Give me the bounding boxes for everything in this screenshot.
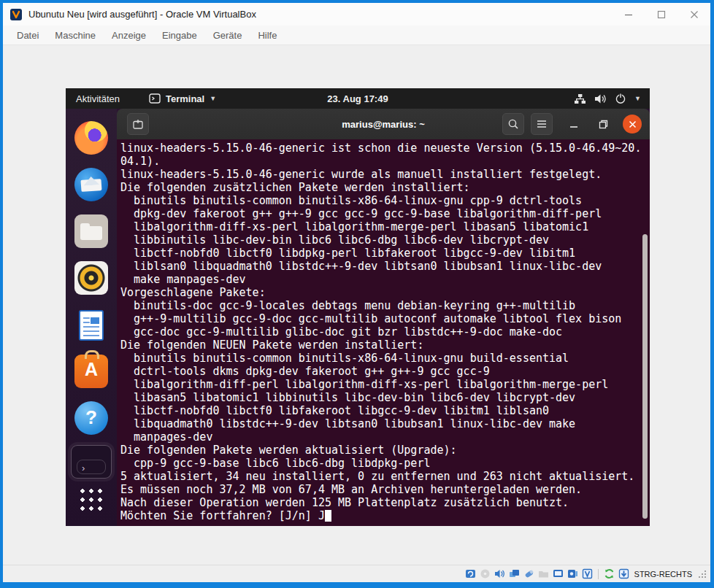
new-tab-icon [131, 117, 145, 131]
terminal-line: Vorgeschlagene Pakete: [120, 286, 650, 299]
usb-status-icon[interactable] [523, 568, 535, 580]
menu-item[interactable]: Maschine [47, 26, 104, 45]
dock-item-help[interactable] [66, 395, 117, 441]
system-tray[interactable]: ▼ [574, 93, 641, 104]
terminal-line: libalgorithm-diff-xs-perl libalgorithm-m… [120, 220, 650, 233]
terminal-minimize-button[interactable] [564, 115, 583, 134]
gnome-topbar: Aktivitäten Terminal ▼ 23. Aug 17:49 [66, 88, 650, 109]
show-applications-icon [78, 487, 104, 513]
menu-item[interactable]: Geräte [205, 26, 250, 45]
audio-status-icon[interactable] [494, 568, 506, 580]
terminal-line: binutils binutils-common binutils-x86-64… [120, 352, 650, 365]
terminal-line: dpkg-dev fakeroot g++ g++-9 gcc gcc-9 gc… [120, 207, 650, 220]
close-button[interactable] [677, 3, 710, 26]
terminal-headerbar[interactable]: marius@marius: ~ [117, 109, 650, 139]
window-title: Ubunutu Neu [wird ausgeführt] - Oracle V… [28, 9, 612, 20]
resize-grip[interactable] [699, 570, 706, 578]
vbox-client-area: Aktivitäten Terminal ▼ 23. Aug 17:49 [3, 45, 710, 565]
features-status-icon[interactable] [581, 568, 594, 580]
terminal-line: linux-headers-5.15.0-46-generic ist scho… [120, 142, 650, 155]
search-button[interactable] [502, 113, 524, 135]
terminal-lines: linux-headers-5.15.0-46-generic ist scho… [120, 142, 650, 509]
terminal-line: dctrl-tools dkms dpkg-dev fakeroot g++ g… [120, 365, 650, 378]
minimize-icon [624, 10, 633, 19]
vbox-menubar: DateiMaschineAnzeigeEingabeGeräteHilfe [3, 26, 710, 45]
window-frame: Ubunutu Neu [wird ausgeführt] - Oracle V… [0, 0, 714, 588]
minimize-button[interactable] [612, 3, 645, 26]
terminal-line: 04.1). [120, 155, 650, 168]
show-applications-button[interactable] [66, 482, 117, 517]
host-key-label: STRG-RECHTS [634, 570, 692, 579]
dock [66, 109, 117, 526]
terminal-line: gcc-doc gcc-9-multilib glibc-doc git bzr… [120, 325, 650, 339]
terminal-line: Die folgenden zusätzlichen Pakete werden… [120, 181, 650, 194]
focused-app-menu[interactable]: Terminal ▼ [149, 93, 216, 104]
terminal-line: libquadmath0 libstdc++-9-dev libtsan0 li… [120, 417, 650, 430]
terminal-header-controls [502, 113, 650, 135]
power-icon [615, 93, 626, 104]
menu-button[interactable] [531, 113, 553, 135]
vbox-titlebar[interactable]: Ubunutu Neu [wird ausgeführt] - Oracle V… [3, 3, 710, 26]
terminal-scrollbar[interactable] [642, 234, 648, 519]
terminal-line: libalgorithm-diff-perl libalgorithm-diff… [120, 378, 650, 391]
terminal-line: libasan5 libatomic1 libbinutils libc-dev… [120, 391, 650, 404]
maximize-icon [657, 10, 666, 19]
close-icon [629, 120, 637, 128]
network-status-icon[interactable] [508, 568, 521, 580]
terminal-window: marius@marius: ~ [117, 109, 650, 526]
firefox-icon [74, 121, 108, 155]
text-cursor [325, 510, 331, 522]
dock-item-firefox[interactable] [66, 115, 117, 161]
terminal-icon [149, 93, 161, 104]
terminal-line: libctf-nobfd0 libctf0 libdpkg-perl libfa… [120, 247, 650, 260]
recording-status-icon[interactable] [567, 568, 579, 580]
terminal-line: liblsan0 libquadmath0 libstdc++-9-dev li… [120, 260, 650, 273]
dock-item-thunderbird[interactable] [66, 161, 117, 208]
search-icon [507, 118, 519, 130]
virtualbox-app-icon [9, 8, 23, 21]
display-status-icon[interactable] [552, 568, 564, 580]
terminal-line: libbinutils libc-dev-bin libc6 libc6-dbg… [120, 233, 650, 247]
mouse-integration-status-icon[interactable] [603, 568, 615, 580]
terminal-line: Die folgenden NEUEN Pakete werden instal… [120, 339, 650, 352]
dock-item-ubuntu-software[interactable] [66, 348, 117, 395]
terminal-line: libctf-nobfd0 libctf0 libfakeroot libgcc… [120, 404, 650, 417]
terminal-line: cpp-9 gcc-9-base libc6 libc6-dbg libdpkg… [120, 457, 650, 470]
vbox-statusbar: STRG-RECHTS [3, 565, 710, 582]
virtualbox-window: Ubunutu Neu [wird ausgeführt] - Oracle V… [3, 3, 710, 582]
libreoffice-writer-icon [79, 310, 104, 341]
menu-item[interactable]: Hilfe [250, 26, 285, 45]
terminal-line: Die folgenden Pakete werden aktualisiert… [120, 444, 650, 457]
close-icon [690, 10, 699, 19]
terminal-line: 5 aktualisiert, 34 neu installiert, 0 zu… [120, 470, 650, 483]
activities-button[interactable]: Aktivitäten [76, 93, 120, 104]
dock-item-files[interactable] [66, 208, 117, 255]
vm-desktop: marius@marius: ~ [66, 109, 650, 526]
terminal-close-button[interactable] [623, 115, 642, 134]
menu-item[interactable]: Anzeige [104, 26, 154, 45]
menu-item[interactable]: Datei [9, 26, 47, 45]
shared-folders-status-icon[interactable] [537, 568, 550, 580]
maximize-button[interactable] [645, 3, 677, 26]
optical-disc-status-icon[interactable] [479, 568, 491, 580]
dock-item-rhythmbox[interactable] [66, 255, 117, 301]
restore-icon [599, 120, 608, 129]
dock-item-libreoffice-writer[interactable] [66, 301, 117, 348]
terminal-line: binutils-doc gcc-9-locales debtags menu … [120, 299, 650, 312]
terminal-line: g++-9-multilib gcc-9-doc gcc-multilib au… [120, 312, 650, 325]
hdd-status-icon[interactable] [464, 568, 477, 580]
vm-screen: Aktivitäten Terminal ▼ 23. Aug 17:49 [66, 88, 650, 526]
chevron-down-icon: ▼ [210, 95, 216, 102]
menu-item[interactable]: Eingabe [154, 26, 205, 45]
host-key-state-icon[interactable] [618, 568, 630, 580]
dock-item-terminal[interactable] [66, 441, 117, 482]
terminal-output[interactable]: linux-headers-5.15.0-46-generic ist scho… [117, 139, 650, 526]
terminal-line: Es müssen noch 37,2 MB von 67,4 MB an Ar… [120, 483, 650, 496]
terminal-line: manpages-dev [120, 430, 650, 444]
terminal-line: Nach dieser Operation werden 125 MB Plat… [120, 496, 650, 509]
terminal-prompt-line: Möchten Sie fortfahren? [J/n] J [120, 509, 650, 522]
app-menu-label: Terminal [166, 93, 204, 104]
new-tab-button[interactable] [127, 113, 149, 135]
window-controls [612, 3, 710, 26]
terminal-restore-button[interactable] [594, 115, 613, 134]
